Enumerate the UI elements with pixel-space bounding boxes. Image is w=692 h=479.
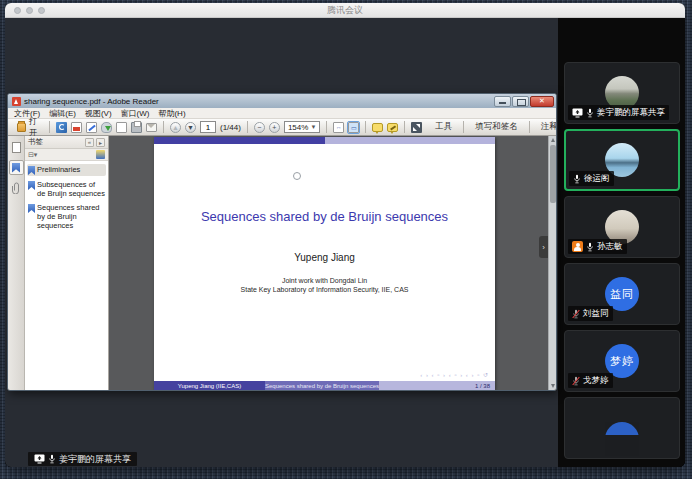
bookmarks-panel-icon[interactable] (9, 160, 24, 175)
participant-tile[interactable]: 益同 刘益同 (564, 263, 680, 325)
reader-maximize-button[interactable] (512, 96, 529, 107)
vertical-scrollbar[interactable] (548, 136, 556, 390)
attachments-paperclip-icon[interactable] (9, 180, 24, 195)
reader-minimize-button[interactable] (494, 96, 511, 107)
zoom-in-button[interactable]: + (269, 122, 280, 133)
save-pdf-icon[interactable] (71, 122, 82, 133)
email-icon[interactable] (146, 123, 157, 132)
toolbar-separator (365, 121, 366, 133)
bookmark-options-icon[interactable] (96, 150, 105, 159)
slide-author: Yupeng Jiang (154, 252, 495, 263)
fullscreen-icon[interactable] (411, 122, 422, 133)
participant-name: 刘益同 (583, 308, 609, 320)
footer-author: Yupeng Jiang (IIE,CAS) (154, 381, 265, 390)
slide-footer-bar: Yupeng Jiang (IIE,CAS) Sequences shared … (154, 381, 495, 390)
microphone-icon (586, 108, 594, 118)
slide-subtitle-line1: Joint work with Dongdai Lin (154, 277, 495, 284)
meeting-window: 腾讯会议 sharing sequence.pdf - Adobe Reader… (5, 3, 685, 467)
page-number-input[interactable] (200, 121, 216, 133)
screen-share-view: sharing sequence.pdf - Adobe Reader 文件(F… (5, 18, 558, 467)
cloud-download-icon[interactable] (101, 122, 112, 133)
panel-options-icon[interactable]: ▸ (96, 138, 105, 147)
slide-subtitle-line2: State Key Laboratory of Information Secu… (154, 286, 495, 293)
sticky-note-icon[interactable] (372, 123, 383, 132)
chevron-down-icon: ▼ (310, 124, 316, 130)
fit-width-icon[interactable]: ↔ (333, 122, 344, 133)
participant-tile[interactable]: 孙志敏 (564, 196, 680, 258)
bookmark-label: Sequences shared by de Bruijn sequences (37, 203, 105, 230)
scrollbar-thumb[interactable] (550, 145, 556, 203)
participant-tile-active-speaker[interactable]: 徐运阁 (564, 129, 680, 191)
bookmarks-panel-title: 书签 (28, 137, 43, 147)
bookmark-item[interactable]: Sequences shared by de Bruijn sequences (27, 202, 106, 231)
menu-edit[interactable]: 编辑(E) (49, 108, 76, 119)
meeting-window-title: 腾讯会议 (327, 4, 363, 17)
participant-tile-partial[interactable] (564, 397, 680, 459)
beamer-navigation-glyphs: ‹ › ‹ ▫ › ‹ ▫ › ‹ › ▫ ↺ (420, 371, 489, 378)
reader-toolbar: 打开 ▲ ▼ (1/44) − + (8, 119, 556, 136)
bookmark-label: Preliminaries (37, 165, 80, 174)
convert-pdf-icon[interactable] (56, 122, 67, 133)
edit-pdf-icon[interactable] (86, 122, 97, 133)
previous-page-button[interactable]: ▲ (170, 122, 181, 133)
avatar-clipped (605, 422, 639, 435)
toolbar-separator (49, 121, 50, 133)
bookmark-item[interactable]: Subsequences of de Bruijn sequences (27, 179, 106, 199)
minimize-window-button[interactable] (26, 7, 33, 14)
bookmark-icon (28, 181, 35, 190)
participant-tile[interactable]: 姜宇鹏的屏幕共享 (564, 62, 680, 124)
adobe-reader-window: sharing sequence.pdf - Adobe Reader 文件(F… (7, 93, 557, 391)
navigation-pane-strip (8, 136, 25, 390)
toolbar-separator (404, 121, 405, 133)
scroll-down-icon[interactable] (549, 382, 556, 390)
fit-page-icon[interactable]: ▭ (348, 122, 359, 133)
microphone-muted-icon (572, 376, 580, 386)
pdf-app-icon (12, 97, 21, 106)
participant-name: 孙志敏 (597, 241, 623, 253)
open-folder-icon (17, 123, 26, 132)
reader-close-button[interactable] (530, 96, 554, 107)
scroll-up-icon[interactable] (549, 136, 556, 144)
screen-share-label-text: 姜宇鹏的屏幕共享 (59, 453, 131, 466)
menu-window[interactable]: 窗口(W) (121, 108, 150, 119)
fill-sign-button[interactable]: 填写和签名 (470, 121, 523, 133)
participant-name: 徐运阁 (584, 173, 610, 185)
participant-name: 姜宇鹏的屏幕共享 (597, 107, 665, 119)
collapse-panel-icon[interactable]: « (85, 138, 94, 147)
document-view: Sequences shared by de Bruijn sequences … (109, 136, 556, 390)
save-file-icon[interactable] (116, 122, 127, 133)
screen-share-icon (34, 454, 45, 464)
close-window-button[interactable] (14, 7, 21, 14)
pdf-slide-page: Sequences shared by de Bruijn sequences … (154, 137, 495, 390)
participants-sidebar: 姜宇鹏的屏幕共享 徐运阁 (558, 18, 685, 467)
zoom-level-value: 154% (288, 123, 308, 132)
print-icon[interactable] (131, 122, 142, 133)
reader-titlebar[interactable]: sharing sequence.pdf - Adobe Reader (8, 94, 556, 108)
toolbar-separator (529, 121, 530, 133)
tools-button[interactable]: 工具 (430, 121, 457, 133)
bookmark-icon (28, 166, 35, 175)
highlight-comment-icon[interactable] (387, 123, 398, 132)
participant-tile[interactable]: 梦婷 戈梦婷 (564, 330, 680, 392)
next-page-button[interactable]: ▼ (185, 122, 196, 133)
slide-title: Sequences shared by de Bruijn sequences (154, 209, 495, 224)
institute-logo (293, 172, 301, 180)
zoom-window-button[interactable] (38, 7, 45, 14)
microphone-icon (48, 454, 56, 464)
zoom-level-dropdown[interactable]: 154% ▼ (284, 121, 320, 133)
microphone-icon (586, 242, 594, 252)
menu-help[interactable]: 帮助(H) (158, 108, 185, 119)
bookmark-item[interactable]: Preliminaries (27, 164, 106, 176)
bookmark-icon (28, 204, 35, 213)
menu-view[interactable]: 视图(V) (85, 108, 112, 119)
expand-bookmarks-icon[interactable]: ⊟▾ (28, 151, 37, 159)
bookmark-label: Subsequences of de Bruijn sequences (37, 180, 105, 198)
right-pane-toggle[interactable]: › (539, 236, 548, 258)
screen-share-icon (572, 108, 583, 118)
comment-button[interactable]: 注释 (536, 121, 557, 133)
footer-title: Sequences shared by de Bruijn sequences (265, 381, 379, 390)
page-thumbnails-icon[interactable] (9, 140, 24, 155)
host-badge-icon (572, 241, 583, 252)
meeting-titlebar: 腾讯会议 (5, 3, 685, 18)
zoom-out-button[interactable]: − (254, 122, 265, 133)
